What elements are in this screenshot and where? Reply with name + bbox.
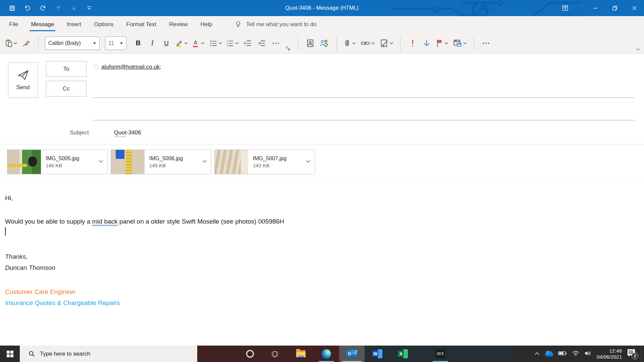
onedrive-cloud-icon[interactable] [545,353,553,357]
minimize-icon[interactable] [586,0,605,16]
address-book-icon[interactable] [305,36,316,51]
customize-qat-icon[interactable] [86,4,93,12]
dialog-launcher-icon[interactable] [284,43,291,53]
format-painter-icon[interactable] [20,36,32,51]
tab-help[interactable]: Help [194,16,219,33]
paste-dropdown-chevron[interactable] [14,42,18,45]
ribbon-display-options-icon[interactable] [555,0,575,16]
action-center-icon[interactable]: 2 [627,349,638,359]
cc-button[interactable]: Cc [46,81,87,97]
numbering-dropdown-chevron[interactable] [235,42,239,45]
taskbar: O W X 3CX 12:46 04/06/2021 [0,346,644,362]
tab-message[interactable]: Message [24,16,60,33]
highlight-button[interactable] [175,36,189,51]
link-dropdown-chevron[interactable] [371,42,375,45]
save-icon[interactable] [9,4,15,12]
subject-field[interactable]: Quot-3406 [114,129,141,136]
recipient-address[interactable]: aluform@hotmail.co.uk; [101,64,161,70]
view-templates-icon[interactable] [453,36,467,51]
taskbar-clock[interactable]: 12:46 04/06/2021 [597,348,622,360]
attach-file-icon[interactable] [343,36,356,51]
toolbar-separator [474,36,474,51]
cc-field-underline[interactable] [93,120,635,120]
low-importance-icon[interactable] [421,36,432,51]
tab-review[interactable]: Review [163,16,194,33]
tab-options[interactable]: Options [88,16,120,33]
tab-insert[interactable]: Insert [60,16,88,33]
font-color-button[interactable]: A [191,36,205,51]
signature-dropdown-chevron[interactable] [390,42,394,45]
templates-dropdown-chevron[interactable] [463,42,467,45]
attachment-card[interactable]: IMG_5005.jpg 146 KB [7,149,108,174]
close-icon[interactable] [625,0,644,16]
italic-button[interactable]: I [147,36,158,51]
wifi-icon[interactable] [572,350,579,358]
attachment-expand-chevron[interactable] [306,159,311,165]
battery-icon[interactable] [558,351,567,357]
tab-file[interactable]: File [3,16,24,33]
attachment-expand-chevron[interactable] [202,159,207,165]
font-name-dropdown[interactable]: Calibri (Body) [45,37,100,50]
attachment-card[interactable]: IMG_5006.jpg 145 KB [111,149,211,174]
toolbar-separator [38,36,39,51]
to-field[interactable]: aluform@hotmail.co.uk; [93,62,161,72]
check-names-icon[interactable] [319,36,330,51]
bold-button[interactable]: B [132,36,144,51]
undo-icon[interactable] [24,4,31,12]
high-importance-icon[interactable] [407,36,418,51]
edge-button[interactable] [314,346,339,362]
bullets-button[interactable] [209,36,223,51]
3cx-button[interactable]: 3CX [428,346,452,362]
attach-dropdown-chevron[interactable] [352,42,356,45]
outlook-button[interactable]: O [339,346,365,362]
attachment-card[interactable]: IMG_5007.jpg 142 KB [214,149,315,174]
task-view-button[interactable] [263,346,288,362]
overflow-icon[interactable] [480,36,492,51]
search-input[interactable] [40,351,167,357]
font-color-dropdown-chevron[interactable] [201,42,205,45]
attachment-name: IMG_5007.jpg [253,156,287,162]
tray-chevron-icon[interactable] [534,351,540,357]
presence-circle-icon [93,65,98,70]
message-body[interactable]: Hi, Would you be able to supply a mid ba… [0,180,644,307]
follow-up-flag-icon[interactable] [435,36,449,51]
attachment-thumbnail [215,150,248,174]
collapse-ribbon-icon[interactable] [636,48,640,51]
paste-button[interactable] [5,36,18,51]
excel-letter: X [398,351,404,357]
link-icon[interactable] [360,36,375,51]
font-size-dropdown[interactable]: 11 [105,37,126,50]
send-button[interactable]: Send [8,62,38,98]
toolbar-separator [336,36,337,51]
bullets-dropdown-chevron[interactable] [219,42,223,45]
signature-icon[interactable] [380,36,394,51]
word-button[interactable]: W [365,346,390,362]
start-button[interactable] [0,346,20,362]
tab-format-text[interactable]: Format Text [120,16,163,33]
underline-button[interactable]: U [161,36,172,51]
redo-icon[interactable] [40,4,46,12]
decrease-indent-icon[interactable] [242,36,253,51]
outlook-icon: O [346,349,357,358]
tell-me-box[interactable]: Tell me what you want to do [235,21,317,28]
system-tray: 12:46 04/06/2021 2 [534,346,641,362]
more-dots-icon[interactable] [270,36,281,51]
highlight-dropdown-chevron[interactable] [184,42,189,45]
numbering-button[interactable]: 123 [225,36,239,51]
flag-dropdown-chevron[interactable] [445,42,449,45]
font-size-value: 11 [108,40,114,46]
cortana-button[interactable] [237,346,263,362]
ribbon-toolbar: Calibri (Body) 11 B I U A 123 [0,33,644,53]
volume-icon[interactable] [584,350,592,358]
file-explorer-button[interactable] [288,346,314,362]
to-button[interactable]: To [46,61,87,77]
attachment-size: 142 KB [253,163,287,168]
taskbar-search[interactable] [20,346,197,362]
attachment-size: 146 KB [46,163,79,168]
excel-button[interactable]: X [390,346,416,362]
increase-indent-icon[interactable] [256,36,267,51]
attachment-expand-chevron[interactable] [99,159,103,165]
restore-icon[interactable] [605,0,625,16]
previous-item-icon [55,4,62,12]
show-desktop-button[interactable] [641,346,644,362]
